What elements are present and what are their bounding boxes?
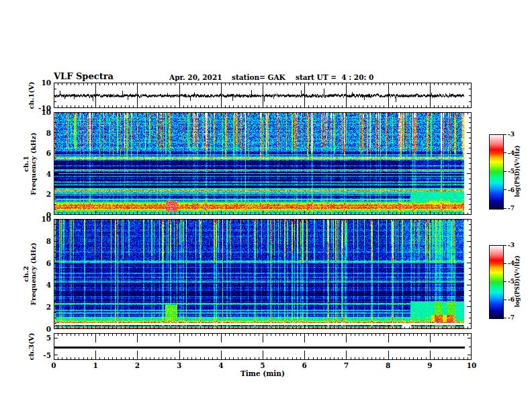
ch1_spec-y-tick-label: 6: [31, 149, 51, 157]
ch1-spectrogram-panel: [54, 112, 472, 215]
figure-date: Apr. 20, 2021: [169, 73, 222, 81]
colorbar-tick: [503, 134, 506, 135]
x-tick-label: 3: [177, 361, 181, 369]
colorbar-tick-label: -4: [508, 150, 515, 156]
ch2_spec-y-tick-label: 6: [31, 259, 51, 267]
ch1_spec-y-tick-label: 8: [31, 129, 51, 137]
ch2-spectrogram-panel: [54, 219, 472, 329]
colorbar-tick-label: -6: [508, 187, 515, 193]
colorbar-tick: [503, 300, 506, 300]
ch3_wave-y-tick-label: -5: [31, 351, 51, 359]
colorbar-tick: [503, 263, 506, 264]
colorbar-tick-label: -6: [508, 296, 515, 303]
colorbar-tick-label: -7: [508, 205, 515, 212]
colorbar-tick: [503, 281, 506, 282]
x-tick-label: 8: [386, 361, 390, 369]
x-axis-title: Time (min): [240, 369, 285, 377]
ch2_spec-y-tick-label: 4: [31, 281, 51, 289]
figure-start-ut: start UT = 4 : 20: 0: [296, 73, 373, 81]
ch1_spec-y-tick-label: 10: [31, 108, 51, 116]
colorbar-tick: [503, 208, 506, 209]
ch1-waveform-panel: [54, 83, 472, 108]
x-tick-label: 1: [93, 361, 98, 369]
x-tick-label: 7: [344, 361, 349, 369]
colorbar-tick: [503, 152, 506, 153]
ch2_spec-y-tick-label: 0: [31, 325, 51, 333]
x-tick-label: 2: [135, 361, 140, 369]
figure-title: VLF Spectra: [54, 71, 114, 81]
colorbar-tick-label: -3: [508, 131, 515, 138]
colorbar-tick-label: -3: [508, 242, 515, 248]
colorbar-tick-label: -5: [508, 168, 515, 175]
ch2_spec-y-tick-label: 10: [31, 215, 51, 223]
ch2-colorbar-label: log(PSD)(V²/Hz): [514, 255, 521, 307]
figure-station: station= GAK: [232, 73, 285, 81]
ch1_spec-y-tick-label: 2: [31, 190, 51, 198]
vlf-spectra-figure: VLF Spectra Apr. 20, 2021 station= GAK s…: [0, 0, 532, 411]
colorbar-tick: [503, 245, 506, 246]
x-tick-label: 5: [260, 361, 265, 369]
colorbar-tick-label: -4: [508, 260, 515, 267]
ch3_wave-y-tick-label: 5: [31, 334, 51, 342]
x-tick-label: 9: [427, 361, 432, 369]
colorbar-tick-label: -7: [508, 314, 515, 321]
ch2_spec-y-tick-label: 2: [31, 303, 51, 311]
x-tick-label: 0: [51, 361, 56, 369]
ch1-spec-axis-label: ch.1 Frequency (kHz): [22, 132, 37, 195]
colorbar-tick: [503, 318, 506, 318]
ch2-colorbar: [489, 245, 504, 319]
ch1-colorbar: [489, 134, 504, 210]
ch2_spec-y-tick-label: 8: [31, 237, 51, 245]
x-tick-label: 4: [218, 361, 223, 369]
colorbar-tick: [503, 171, 506, 172]
ch1_wave-y-tick-label: 10: [31, 79, 51, 87]
ch2-spec-axis-label: ch.2 Frequency (kHz): [22, 242, 37, 305]
colorbar-tick-label: -5: [508, 278, 515, 285]
ch1_spec-y-tick-label: 4: [31, 170, 51, 178]
ch3-waveform-panel: [54, 333, 472, 360]
x-tick-label: 6: [302, 361, 307, 369]
ch1-colorbar-label: log(PSD)(V²/Hz): [514, 145, 521, 197]
colorbar-tick: [503, 189, 506, 190]
x-tick-label: 10: [467, 361, 477, 369]
